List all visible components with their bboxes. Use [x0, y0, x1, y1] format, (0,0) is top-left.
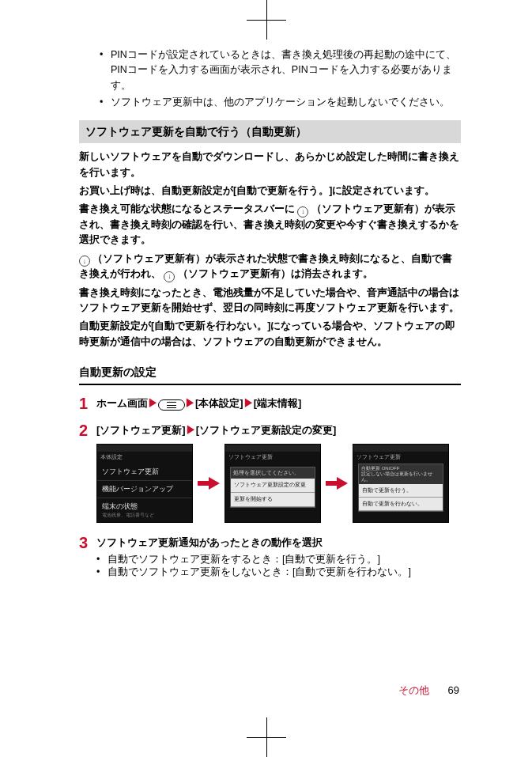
mock-title: 本体設定 — [97, 452, 192, 464]
dialog-option: ソフトウェア更新設定の変更 — [231, 479, 315, 493]
update-available-icon — [79, 255, 90, 267]
mock-row-sub: 電池残量、電話番号など — [102, 512, 187, 519]
paragraph: 書き換え可能な状態になるとステータスバーに （ソフトウェア更新有）が表示され、書… — [79, 202, 461, 248]
red-arrow-icon — [326, 475, 348, 491]
mock-row-title: 端末の状態 — [102, 502, 187, 512]
crop-mark-bottom — [247, 717, 286, 757]
page-footer: その他 69 — [398, 683, 459, 698]
red-arrow-icon — [198, 475, 220, 491]
step-body: ソフトウェア更新通知があったときの動作を選択 自動でソフトウェア更新をするとき：… — [96, 534, 461, 578]
dialog-option: 自動で更新を行わない。 — [359, 498, 443, 511]
step-text: [端末情報] — [254, 397, 302, 409]
crop-mark-top — [247, 0, 286, 40]
section-heading: ソフトウェア更新を自動で行う（自動更新） — [79, 120, 461, 144]
mock-screen-2: ソフトウェア更新 処理を選択してください。 ソフトウェア更新設定の変更 更新を開… — [224, 444, 321, 523]
step-number: 3 — [79, 534, 96, 551]
step-text: [ソフトウェア更新] — [96, 424, 186, 436]
mock-row: 端末の状態 電池残量、電話番号など — [97, 498, 192, 523]
step-option-list: 自動でソフトウェア更新をするとき：[自動で更新を行う。] 自動でソフトウェア更新… — [96, 553, 461, 579]
step-text: [本体設定] — [195, 397, 243, 409]
mock-screen-3: ソフトウェア更新 自動更新 ON/OFF 設定しない場合は更新を行いません。 自… — [353, 444, 449, 523]
paragraph: 新しいソフトウェアを自動でダウンロードし、あらかじめ設定した時間に書き換えを行い… — [79, 150, 461, 180]
triangle-icon: ▶ — [243, 397, 254, 409]
paragraph: （ソフトウェア更新有）が表示された状態で書き換え時刻になると、自動で書き換えが行… — [79, 252, 461, 282]
step-number: 2 — [79, 422, 96, 439]
sub-heading: 自動更新の設定 — [79, 361, 461, 385]
triangle-icon: ▶ — [185, 397, 195, 409]
step-title: ソフトウェア更新通知があったときの動作を選択 — [96, 536, 461, 550]
triangle-icon: ▶ — [186, 424, 196, 436]
dialog-header: 自動更新 ON/OFF 設定しない場合は更新を行いません。 — [359, 464, 443, 485]
mock-dialog: 処理を選択してください。 ソフトウェア更新設定の変更 更新を開始する — [230, 467, 315, 508]
page-content: PINコードが設定されているときは、書き換え処理後の再起動の途中にて、PINコー… — [0, 0, 532, 619]
footer-page-number: 69 — [448, 684, 459, 696]
mock-screen-1: 本体設定 ソフトウェア更新 機能バージョンアップ 端末の状態 電池残量、電話番号… — [96, 444, 193, 523]
intro-bullet: PINコードが設定されているときは、書き換え処理後の再起動の途中にて、PINコー… — [100, 47, 461, 93]
intro-bullet: ソフトウェア更新中は、他のアプリケーションを起動しないでください。 — [100, 95, 461, 110]
step-option: 自動でソフトウェア更新をしないとき：[自動で更新を行わない。] — [96, 566, 461, 578]
paragraph: お買い上げ時は、自動更新設定が[自動で更新を行う。]に設定されています。 — [79, 184, 461, 199]
dialog-option: 更新を開始する — [231, 493, 315, 507]
paragraph: 自動更新設定が[自動で更新を行わない。]になっている場合や、ソフトウェアの即時更… — [79, 319, 461, 350]
mock-row: ソフトウェア更新 — [97, 464, 192, 481]
menu-button-icon — [158, 399, 185, 411]
intro-bullet-list: PINコードが設定されているときは、書き換え処理後の再起動の途中にて、PINコー… — [100, 47, 461, 111]
footer-category: その他 — [398, 684, 429, 696]
text-span: （ソフトウェア更新有）は消去されます。 — [178, 268, 373, 279]
screen-flow: 本体設定 ソフトウェア更新 機能バージョンアップ 端末の状態 電池残量、電話番号… — [96, 444, 461, 523]
step-3: 3 ソフトウェア更新通知があったときの動作を選択 自動でソフトウェア更新をすると… — [79, 534, 461, 578]
mock-dialog: 自動更新 ON/OFF 設定しない場合は更新を行いません。 自動で更新を行う。 … — [358, 464, 443, 513]
update-available-icon — [164, 271, 175, 282]
dialog-hint: 処理を選択してください。 — [231, 467, 315, 479]
mock-row: 機能バージョンアップ — [97, 481, 192, 498]
step-option: 自動でソフトウェア更新をするとき：[自動で更新を行う。] — [96, 553, 461, 566]
mock-title: ソフトウェア更新 — [225, 452, 320, 464]
step-2: 2 [ソフトウェア更新]▶[ソフトウェア更新設定の変更] — [79, 422, 461, 439]
dialog-option: 自動で更新を行う。 — [359, 484, 443, 498]
step-body: [ソフトウェア更新]▶[ソフトウェア更新設定の変更] — [96, 422, 461, 437]
step-1: 1 ホーム画面▶▶[本体設定]▶[端末情報] — [79, 395, 461, 412]
update-available-icon — [297, 206, 308, 218]
step-text: [ソフトウェア更新設定の変更] — [196, 424, 337, 436]
step-body: ホーム画面▶▶[本体設定]▶[端末情報] — [96, 395, 461, 411]
step-text: ホーム画面 — [96, 397, 148, 409]
paragraph: 書き換え時刻になったとき、電池残量が不足していた場合や、音声通話中の場合はソフト… — [79, 286, 461, 316]
mock-title: ソフトウェア更新 — [353, 452, 448, 464]
text-span: 書き換え可能な状態になるとステータスバーに — [79, 203, 295, 214]
triangle-icon: ▶ — [148, 397, 158, 409]
step-number: 1 — [79, 395, 96, 412]
